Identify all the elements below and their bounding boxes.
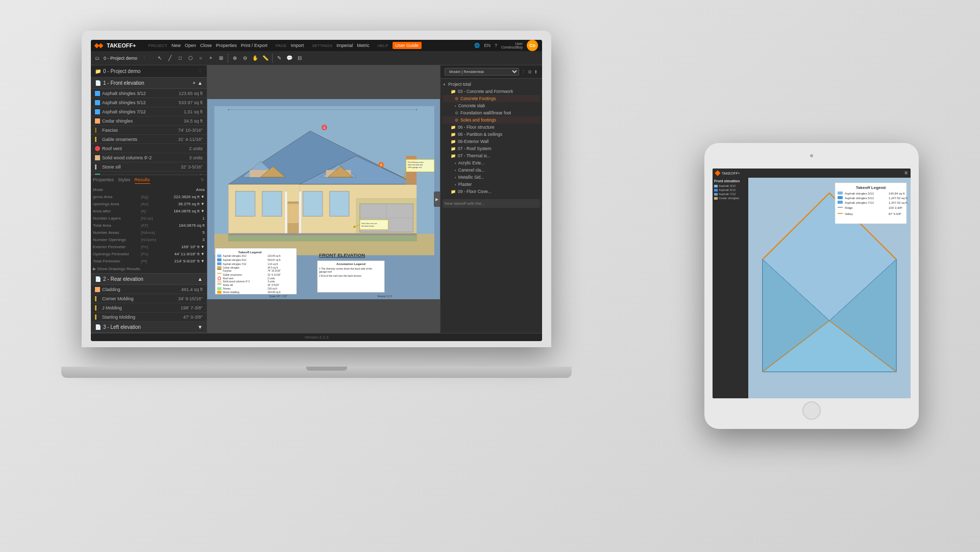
list-item[interactable]: Stone sill 32' 3-5/16" [91, 162, 207, 172]
pan-tool[interactable]: ✋ [251, 54, 260, 63]
tablet-menu-icon[interactable]: ☰ [904, 171, 908, 175]
acrylic-item[interactable]: ▪ Acrylic Exte... [443, 159, 540, 166]
menu-metric[interactable]: Metric [357, 43, 370, 48]
tool-icons: ↖ ╱ □ ⬠ ○ + ⊞ ⊕ ⊖ ✋ 📏 ✎ 💬 [155, 54, 304, 63]
svg-rect-54 [217, 262, 221, 266]
line-tool[interactable]: ╱ [165, 54, 175, 63]
svg-text:1,247.52 sq ft: 1,247.52 sq ft [889, 197, 908, 200]
panel-toggle[interactable]: ▶ [434, 191, 440, 207]
foundation-wall-item[interactable]: ⚙ Foundation wall/linear foot [443, 109, 540, 116]
show-drawings-btn[interactable]: ▶ Show Drawings Results [93, 267, 140, 271]
add-item-btn[interactable]: + [192, 80, 195, 86]
svg-text:34.5 sq ft: 34.5 sq ft [267, 267, 278, 269]
svg-text:184.09 sq ft: 184.09 sq ft [267, 291, 281, 294]
list-item[interactable]: Starting Molding 47' 0-3/8" [91, 313, 207, 322]
list-item[interactable]: Corner Molding 34' 9-15/16" [91, 294, 207, 303]
section2-header[interactable]: 📄 2 - Rear elevation ▲ [91, 274, 207, 285]
area-tool[interactable]: □ [176, 54, 185, 63]
menu-import[interactable]: Import [291, 43, 304, 48]
poly-tool[interactable]: ⬠ [186, 54, 195, 63]
list-item[interactable]: J Molding 198' 7-3/8" [91, 303, 207, 313]
callout-tool[interactable]: 💬 [285, 54, 294, 63]
circle-tool[interactable]: ○ [196, 54, 205, 63]
svg-text:Ridge: Ridge [845, 206, 853, 209]
tab-properties[interactable]: Properties [93, 177, 114, 184]
svg-text:Stones: Stones [223, 287, 231, 290]
list-item[interactable]: Cladding 491.4 sq ft [91, 285, 207, 294]
item-color-swatch [95, 109, 100, 114]
layer-tool[interactable]: ⊟ [295, 54, 304, 63]
svg-text:End of the roof over: End of the roof over [361, 223, 377, 225]
tablet-home-button[interactable] [802, 401, 821, 420]
section-03[interactable]: 📁 03 - Concrete and Formwork [443, 88, 540, 95]
list-item[interactable]: Asphalt shingles 5/12 533.97 sq ft [91, 98, 207, 107]
project-total-item[interactable]: ▼ Project total [443, 81, 540, 88]
zoom-out[interactable]: ⊖ [240, 54, 250, 63]
user-avatar[interactable]: Co [527, 40, 538, 51]
svg-text:down the back side: down the back side [408, 164, 423, 166]
menu-close[interactable]: Close [200, 43, 212, 48]
list-item[interactable]: Fascias 74' 10-3/16" [91, 126, 207, 135]
project-header: 📁 0 - Project demo ⋮ [91, 65, 207, 78]
section2-collapse[interactable]: ▲ [198, 276, 203, 282]
svg-rect-107 [838, 196, 843, 199]
list-item[interactable]: Asphalt shingles 7/12 1,01 sq ft [91, 107, 207, 116]
section3-chevron[interactable]: ▼ [198, 324, 203, 330]
prop-row-layers: Number Layers [NLay] 1 [93, 214, 205, 222]
plaster-item[interactable]: ▪ Plaster [443, 181, 540, 188]
model-select[interactable]: Model | Residential [445, 68, 519, 76]
menu-open[interactable]: Open [185, 43, 196, 48]
section-07-thermal[interactable]: 📁 07 - Thermal si... [443, 152, 540, 159]
prop-row-total-perim: Total Perimeter [Pt] 214' 9-9/16" ft ▼ [93, 257, 205, 265]
svg-text:3 units: 3 units [267, 280, 275, 283]
svg-text:Scale 1/4" = 1'0": Scale 1/4" = 1'0" [269, 295, 287, 298]
soles-footings-item[interactable]: ⚙ Soles and footings [443, 116, 540, 124]
list-item[interactable]: Asphalt shingles 3/12 123.65 sq ft [91, 89, 207, 98]
menu-new[interactable]: New [172, 43, 181, 48]
menu-properties[interactable]: Properties [216, 43, 237, 48]
section-06-floor[interactable]: 📁 06 - Floor structure [443, 124, 540, 131]
concrete-slab-item[interactable]: ▪ Concrete slab [443, 102, 540, 109]
select-tool[interactable]: ↖ [155, 54, 164, 63]
section3-header[interactable]: 📄 3 - Left elevation ▼ [91, 322, 207, 333]
svg-rect-22 [287, 204, 300, 223]
section1-header[interactable]: 📄 1 - Front elevation + ▲ [91, 78, 207, 89]
list-item[interactable]: Roof vent 2 units [91, 144, 207, 153]
tab-styles[interactable]: Styles [118, 177, 131, 184]
section-06-exterior[interactable]: 📁 06-Exterior Wall [443, 138, 540, 145]
project-menu-icon[interactable]: ⋮ [198, 68, 203, 74]
svg-text:FRONT ELEVATION: FRONT ELEVATION [319, 252, 365, 258]
annotation-tool[interactable]: ✎ [275, 54, 284, 63]
canexel-item[interactable]: ▪ Canexel cla... [443, 166, 540, 174]
concrete-footings-item[interactable]: ⚙ Concrete Footings [443, 95, 540, 102]
refresh-icon[interactable]: ↻ [201, 177, 205, 184]
more-options-icon[interactable]: ⋮ [521, 69, 526, 75]
measure-tool[interactable]: ⊞ [216, 54, 226, 63]
menu-user-guide[interactable]: User Guide [393, 42, 422, 49]
menu-print[interactable]: Print / Export [241, 43, 267, 48]
tablet-camera [810, 154, 813, 157]
count-tool[interactable]: + [206, 54, 215, 63]
ruler-tool[interactable]: 📏 [261, 54, 270, 63]
new-takeoff-btn[interactable]: New takeoff with the... [443, 199, 540, 208]
zoom-in[interactable]: ⊕ [230, 54, 239, 63]
svg-text:Asphalt shingles 5/12: Asphalt shingles 5/12 [845, 197, 874, 200]
list-item[interactable]: Gable ornaments 31' 4-11/16" [91, 135, 207, 144]
section-06-partition[interactable]: 📁 06 - Partition & ceilings [443, 131, 540, 138]
item-color-swatch [95, 155, 100, 160]
menu-imperial[interactable]: Imperial [336, 43, 353, 48]
export-icon[interactable]: ⬆ [534, 69, 538, 75]
item-color-swatch [95, 91, 100, 96]
settings-icon[interactable]: ⚙ [528, 69, 532, 75]
tab-results[interactable]: Results [135, 177, 150, 184]
metallic-item[interactable]: ▪ Metallic Sid... [443, 174, 540, 181]
svg-rect-75 [217, 287, 221, 290]
tablet-container: TAKEOFF+ ☰ Front elevation Asphalt 3/12 [704, 143, 919, 429]
collapse-btn[interactable]: ▲ [198, 80, 203, 86]
list-item[interactable]: Solid wood columns 9'-2 3 units [91, 153, 207, 162]
prop-row-mode: Mode Area [93, 186, 205, 193]
list-item[interactable]: Cedar shingles 34.5 sq ft [91, 116, 207, 126]
section-07-roof[interactable]: 📁 07 - Roof System [443, 145, 540, 152]
section-09-floor[interactable]: 📁 09 - Floor Cove... [443, 188, 540, 195]
svg-text:3: 3 [380, 163, 382, 166]
